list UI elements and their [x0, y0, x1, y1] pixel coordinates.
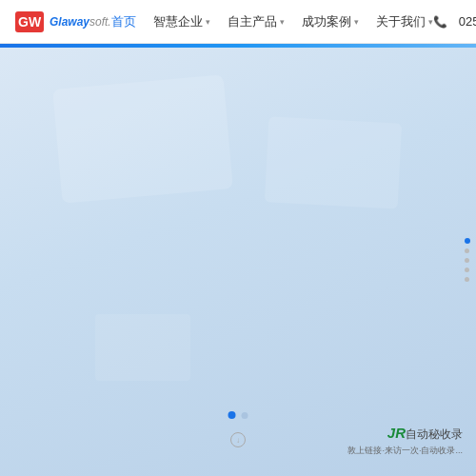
nav-item-home[interactable]: 首页 — [111, 13, 136, 30]
chevron-down-icon: ▾ — [206, 17, 210, 27]
top-divider — [0, 44, 476, 48]
nav-item-cases[interactable]: 成功案例 ▾ — [302, 13, 359, 30]
hero-section: ↓ JR自动秘收录 敦上链接·来访一次·自动收录... — [0, 44, 476, 476]
svg-text:G: G — [18, 14, 29, 30]
nav-item-about[interactable]: 关于我们 ▾ — [376, 13, 433, 30]
navbar-right: 📞 025-8556-1577 English — [433, 14, 476, 29]
bottom-dot-active[interactable] — [228, 411, 236, 419]
chevron-down-icon: ▾ — [280, 17, 285, 27]
phone-number: 025-8556-1577 — [459, 14, 476, 29]
watermark-area: JR自动秘收录 敦上链接·来访一次·自动收录... — [347, 425, 463, 457]
watermark-subtitle: 敦上链接·来访一次·自动收录... — [347, 445, 463, 457]
nav-item-products[interactable]: 自主产品 ▾ — [228, 13, 285, 30]
side-dot-1[interactable] — [465, 248, 469, 253]
hero-decoration-1 — [52, 74, 233, 203]
watermark-logo: JR自动秘收录 — [387, 425, 463, 443]
bottom-pagination[interactable] — [228, 411, 248, 419]
scroll-arrow-icon: ↓ — [230, 432, 246, 447]
logo-area: G W Glawaysoft. — [15, 11, 111, 32]
gw-logo-icon: G W — [15, 11, 44, 32]
side-dot-active[interactable] — [465, 238, 470, 244]
chevron-down-icon: ▾ — [354, 17, 359, 27]
bottom-dot-1[interactable] — [242, 412, 248, 419]
side-dot-navigation[interactable] — [465, 238, 470, 282]
nav-item-enterprise[interactable]: 智慧企业 ▾ — [153, 13, 210, 30]
nav-menu: 首页 智慧企业 ▾ 自主产品 ▾ 成功案例 ▾ 关于我们 ▾ — [111, 13, 433, 30]
hero-decoration-2 — [265, 116, 403, 208]
scroll-indicator: ↓ — [230, 432, 246, 447]
side-dot-3[interactable] — [465, 268, 469, 272]
phone-icon: 📞 — [433, 15, 447, 29]
hero-decoration-3 — [95, 314, 190, 381]
logo-text: Glawaysoft. — [50, 15, 111, 29]
side-dot-2[interactable] — [465, 258, 469, 263]
svg-text:W: W — [29, 14, 42, 30]
side-dot-4[interactable] — [465, 277, 469, 282]
navbar: G W Glawaysoft. 首页 智慧企业 ▾ 自主产品 ▾ 成功案例 ▾ … — [0, 0, 476, 44]
